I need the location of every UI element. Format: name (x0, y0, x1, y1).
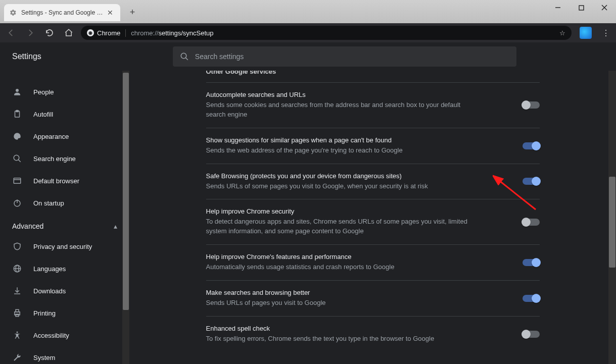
sidebar-item-label: System (33, 354, 55, 361)
sidebar-item-people[interactable]: People (0, 81, 129, 103)
sidebar-item-search-engine[interactable]: Search engine (0, 147, 129, 170)
sidebar-item-label: Default browser (33, 177, 79, 185)
svg-rect-8 (16, 111, 19, 112)
sidebar-item-autofill[interactable]: Autofill (0, 103, 129, 125)
forward-button[interactable] (23, 26, 37, 40)
maximize-button[interactable] (570, 0, 593, 15)
svg-point-22 (17, 332, 18, 333)
search-icon (180, 52, 189, 61)
setting-toggle[interactable] (523, 142, 540, 149)
setting-subtitle: To detect dangerous apps and sites, Chro… (206, 217, 469, 236)
shield-icon (12, 241, 22, 251)
sidebar-item-label: Autofill (33, 111, 53, 118)
gear-icon (9, 9, 17, 17)
setting-toggle[interactable] (523, 101, 540, 109)
browser-menu-button[interactable]: ⋮ (600, 28, 612, 38)
sidebar-item-downloads[interactable]: Downloads (0, 280, 129, 302)
minimize-button[interactable] (546, 0, 570, 15)
settings-sidebar: People Autofill Appearance Search engine… (0, 71, 129, 364)
svg-point-6 (16, 89, 19, 92)
sidebar-scroll-thumb[interactable] (123, 73, 129, 310)
setting-title: Make searches and browsing better (206, 289, 326, 296)
sidebar-item-on-startup[interactable]: On startup (0, 192, 129, 214)
setting-row: Enhanced spell check To fix spelling err… (206, 317, 540, 352)
close-window-button[interactable] (593, 0, 616, 15)
sidebar-item-label: Accessibility (33, 332, 69, 339)
settings-search[interactable] (173, 46, 516, 67)
tab-title: Settings - Sync and Google servic (21, 9, 105, 16)
palette-icon (12, 131, 22, 141)
setting-title: Safe Browsing (protects you and your dev… (206, 172, 428, 180)
sidebar-advanced-label: Advanced (12, 222, 43, 230)
svg-rect-20 (16, 309, 19, 312)
setting-row: Show suggestions for similar pages when … (206, 128, 540, 164)
svg-point-4 (181, 53, 186, 59)
setting-row: Autocomplete searches and URLs Sends som… (206, 82, 540, 128)
power-icon (12, 198, 22, 208)
svg-line-10 (18, 160, 21, 162)
setting-subtitle: Sends the web address of the page you're… (206, 146, 403, 155)
section-title: Other Google services (206, 71, 540, 82)
sidebar-item-languages[interactable]: Languages (0, 257, 129, 280)
sidebar-scrollbar[interactable] (122, 71, 129, 364)
svg-rect-11 (14, 178, 21, 184)
main-scrollbar[interactable] (608, 71, 616, 364)
setting-toggle[interactable] (523, 331, 540, 338)
setting-row: Help improve Chrome security To detect d… (206, 199, 540, 245)
window-titlebar: Settings - Sync and Google servic ✕ + (0, 0, 616, 23)
accessibility-icon (12, 330, 22, 340)
setting-subtitle: Sends URLs of some pages you visit to Go… (206, 182, 428, 191)
sidebar-item-label: Printing (33, 309, 56, 317)
setting-toggle[interactable] (523, 219, 540, 226)
setting-title: Help improve Chrome's features and perfo… (206, 253, 395, 261)
settings-search-input[interactable] (195, 53, 509, 61)
sidebar-item-label: Search engine (33, 155, 76, 163)
sidebar-item-system[interactable]: System (0, 346, 129, 364)
clipboard-icon (12, 109, 22, 119)
setting-title: Enhanced spell check (206, 325, 435, 332)
chevron-up-icon: ▴ (114, 222, 117, 230)
settings-main: Other Google services Autocomplete searc… (129, 71, 616, 364)
sidebar-item-label: On startup (33, 199, 64, 207)
sidebar-item-label: Languages (33, 265, 66, 273)
wrench-icon (12, 352, 22, 362)
setting-subtitle: Sends some cookies and searches from the… (206, 100, 469, 120)
url-text: chrome://settings/syncSetup (131, 29, 213, 37)
new-tab-button[interactable]: + (125, 5, 139, 19)
page-title: Settings (12, 52, 41, 61)
home-button[interactable] (62, 26, 76, 40)
address-bar[interactable]: ◉ Chrome chrome://settings/syncSetup ☆ (81, 26, 572, 40)
svg-point-9 (14, 155, 19, 161)
reload-button[interactable] (42, 26, 57, 40)
setting-toggle[interactable] (523, 259, 540, 266)
close-tab-icon[interactable]: ✕ (105, 9, 115, 17)
download-icon (12, 286, 22, 296)
sidebar-item-label: Downloads (33, 287, 66, 295)
setting-subtitle: Sends URLs of pages you visit to Google (206, 298, 326, 308)
main-scroll-thumb[interactable] (609, 177, 615, 268)
setting-subtitle: Automatically sends usage statistics and… (206, 263, 395, 272)
extension-icon[interactable] (580, 27, 592, 39)
setting-title: Autocomplete searches and URLs (206, 91, 469, 98)
setting-row: Safe Browsing (protects you and your dev… (206, 164, 540, 200)
setting-toggle[interactable] (523, 295, 540, 302)
sidebar-item-label: Privacy and security (33, 243, 92, 250)
bookmark-star-icon[interactable]: ☆ (559, 29, 565, 37)
setting-toggle[interactable] (523, 178, 540, 185)
globe-icon (12, 264, 22, 274)
search-icon (12, 153, 22, 164)
settings-header: Settings (0, 42, 616, 71)
sidebar-item-default-browser[interactable]: Default browser (0, 170, 129, 192)
setting-row: Help improve Chrome's features and perfo… (206, 245, 540, 281)
browser-tab[interactable]: Settings - Sync and Google servic ✕ (4, 4, 120, 21)
browser-icon (12, 176, 22, 186)
sidebar-item-privacy[interactable]: Privacy and security (0, 235, 129, 257)
sidebar-advanced-toggle[interactable]: Advanced ▴ (0, 214, 129, 235)
sidebar-item-appearance[interactable]: Appearance (0, 125, 129, 147)
window-controls (546, 0, 616, 15)
sidebar-item-printing[interactable]: Printing (0, 302, 129, 324)
back-button[interactable] (4, 26, 18, 40)
sidebar-item-accessibility[interactable]: Accessibility (0, 324, 129, 346)
setting-title: Help improve Chrome security (206, 207, 469, 215)
setting-title: Show suggestions for similar pages when … (206, 136, 403, 144)
